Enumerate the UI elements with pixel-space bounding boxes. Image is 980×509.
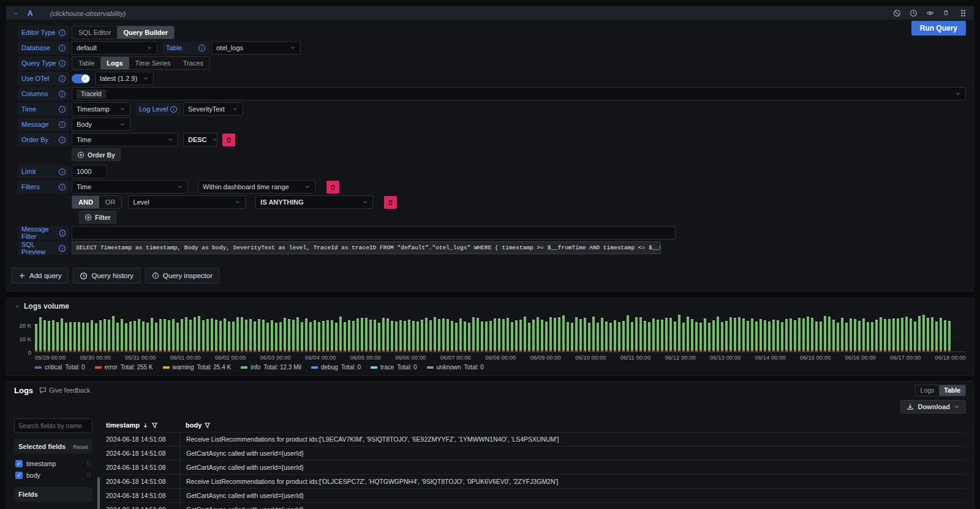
legend-item-warning[interactable]: warningTotal: 25.4 K xyxy=(163,364,232,371)
collapse-chevron-icon[interactable] xyxy=(13,10,19,17)
query-type-table[interactable]: Table xyxy=(72,57,100,69)
add-order-by-button[interactable]: Order By xyxy=(72,148,121,161)
add-filter-button[interactable]: Filter xyxy=(79,211,116,224)
reset-button[interactable]: Reset xyxy=(73,443,88,450)
legend-item-unknown[interactable]: unknownTotal: 0 xyxy=(427,364,484,371)
editor-type-query-builder[interactable]: Query Builder xyxy=(117,26,174,39)
order-by-field-select[interactable]: Time xyxy=(72,133,178,146)
table-row[interactable]: 2024-06-18 14:51:08Receive ListRecommend… xyxy=(105,432,966,446)
limit-input[interactable] xyxy=(72,165,107,178)
drag-grip-icon[interactable]: ⁞⁞ xyxy=(87,461,91,467)
query-inspector-button[interactable]: Query inspector xyxy=(145,268,219,284)
table-select[interactable]: otel_logs xyxy=(211,41,301,55)
add-query-button[interactable]: Add query xyxy=(12,268,68,284)
and-option[interactable]: AND xyxy=(72,196,99,208)
query-editor-panel: A (clickhouse-observability) Run Query E… xyxy=(6,6,974,292)
info-icon[interactable]: i xyxy=(59,121,66,128)
disable-query-icon[interactable] xyxy=(893,9,901,17)
table-row[interactable]: 2024-06-18 14:51:08GetCartAsync called w… xyxy=(105,460,966,474)
search-fields-input[interactable] xyxy=(14,418,92,433)
timestamp-column-header[interactable]: timestamp xyxy=(105,421,179,429)
message-column-select[interactable]: Body xyxy=(72,118,130,131)
query-history-button[interactable]: Query history xyxy=(73,268,140,284)
info-icon[interactable]: i xyxy=(59,91,66,97)
drag-handle-icon[interactable] xyxy=(959,9,967,17)
filter-level-select[interactable]: Level xyxy=(128,195,246,209)
volume-bar xyxy=(172,319,175,352)
volume-bar xyxy=(558,317,560,352)
sort-desc-icon[interactable] xyxy=(142,422,149,429)
otel-version-select[interactable]: latest (1.2.9) xyxy=(95,72,154,85)
remove-order-by-button[interactable] xyxy=(222,134,235,146)
collapse-chevron-icon[interactable] xyxy=(14,303,20,309)
sql-preview-text[interactable]: SELECT Timestamp as timestamp, Body as b… xyxy=(72,241,661,254)
editor-type-sql-editor[interactable]: SQL Editor xyxy=(72,26,117,39)
table-row[interactable]: 2024-06-18 14:51:08GetCartAsync called w… xyxy=(105,488,966,502)
volume-bar xyxy=(322,321,325,352)
order-by-direction-select[interactable]: DESC xyxy=(183,133,217,146)
query-type-traces[interactable]: Traces xyxy=(177,57,209,69)
filter-funnel-icon[interactable] xyxy=(204,422,211,429)
columns-multiselect[interactable]: TraceId xyxy=(72,87,966,100)
database-select[interactable]: default xyxy=(72,41,157,55)
info-icon[interactable]: i xyxy=(59,184,66,190)
trash-icon xyxy=(387,199,394,206)
info-icon[interactable]: i xyxy=(198,45,205,51)
query-history-icon[interactable] xyxy=(910,9,918,17)
body-column-header[interactable]: body xyxy=(179,421,966,429)
info-icon[interactable]: i xyxy=(59,106,66,113)
info-icon[interactable]: i xyxy=(59,60,66,67)
hide-response-icon[interactable] xyxy=(926,9,934,17)
checkbox-checked[interactable]: ✓ xyxy=(15,460,23,467)
time-column-select[interactable]: Timestamp xyxy=(72,102,130,116)
table-row[interactable]: 2024-06-18 14:51:08GetCartAsync called w… xyxy=(105,502,966,509)
filter-condition-select[interactable]: Within dashboard time range xyxy=(198,180,315,194)
info-icon[interactable]: i xyxy=(59,168,66,175)
table-row[interactable]: 2024-06-18 14:51:08Receive ListRecommend… xyxy=(105,474,966,488)
column-chip-traceid[interactable]: TraceId xyxy=(77,89,106,99)
remove-level-filter-button[interactable] xyxy=(384,196,397,209)
filter-field-select[interactable]: Time xyxy=(72,180,188,194)
filter-funnel-icon[interactable] xyxy=(151,422,158,429)
volume-bar xyxy=(245,320,247,352)
legend-item-debug[interactable]: debugTotal: 0 xyxy=(311,364,361,371)
info-icon[interactable]: i xyxy=(59,230,66,236)
view-table-option[interactable]: Table xyxy=(939,385,965,396)
logs-volume-header[interactable]: Logs volume xyxy=(14,302,966,311)
checkbox-checked[interactable]: ✓ xyxy=(15,472,23,479)
fields-header: Fields xyxy=(14,487,92,502)
remove-filter-button[interactable] xyxy=(326,181,339,194)
info-icon[interactable]: i xyxy=(59,75,66,82)
table-row[interactable]: 2024-06-18 14:51:08GetCartAsync called w… xyxy=(105,446,966,460)
legend-item-trace[interactable]: traceTotal: 0 xyxy=(371,364,417,371)
legend-item-error[interactable]: errorTotal: 255 K xyxy=(95,364,153,371)
drag-grip-icon[interactable]: ⁞⁞ xyxy=(87,472,91,478)
info-icon[interactable]: i xyxy=(59,45,66,51)
use-otel-toggle[interactable]: ✓ xyxy=(72,74,90,83)
volume-bar xyxy=(772,320,775,352)
info-icon[interactable]: i xyxy=(59,245,66,252)
download-button[interactable]: Download xyxy=(900,400,966,413)
query-row-header[interactable]: A (clickhouse-observability) xyxy=(7,7,973,20)
message-filter-input[interactable] xyxy=(72,226,676,239)
query-type-time-series[interactable]: Time Series xyxy=(129,57,177,69)
filter-operator-select[interactable]: IS ANYTHING xyxy=(255,195,373,209)
volume-bar xyxy=(549,317,552,352)
or-option[interactable]: OR xyxy=(99,196,122,208)
legend-item-critical[interactable]: criticalTotal: 0 xyxy=(35,364,85,371)
remove-query-icon[interactable] xyxy=(943,9,951,17)
view-logs-option[interactable]: Logs xyxy=(916,385,940,396)
info-icon[interactable]: i xyxy=(170,106,177,113)
log-level-select[interactable]: SeverityText xyxy=(183,102,243,116)
run-query-button[interactable]: Run Query xyxy=(911,21,966,36)
info-icon[interactable]: i xyxy=(59,137,66,143)
give-feedback-link[interactable]: Give feedback xyxy=(39,386,90,394)
field-level[interactable]: level 100% xyxy=(14,507,92,509)
info-icon[interactable]: i xyxy=(59,29,66,36)
volume-bar xyxy=(271,320,273,352)
query-type-logs[interactable]: Logs xyxy=(100,57,129,69)
selected-field-body[interactable]: ✓ body ⁞⁞ xyxy=(14,469,92,481)
selected-field-timestamp[interactable]: ✓ timestamp ⁞⁞ xyxy=(14,458,92,469)
sidebar-scrollbar[interactable] xyxy=(97,418,100,509)
legend-item-info[interactable]: infoTotal: 12.3 Mil xyxy=(241,364,301,371)
